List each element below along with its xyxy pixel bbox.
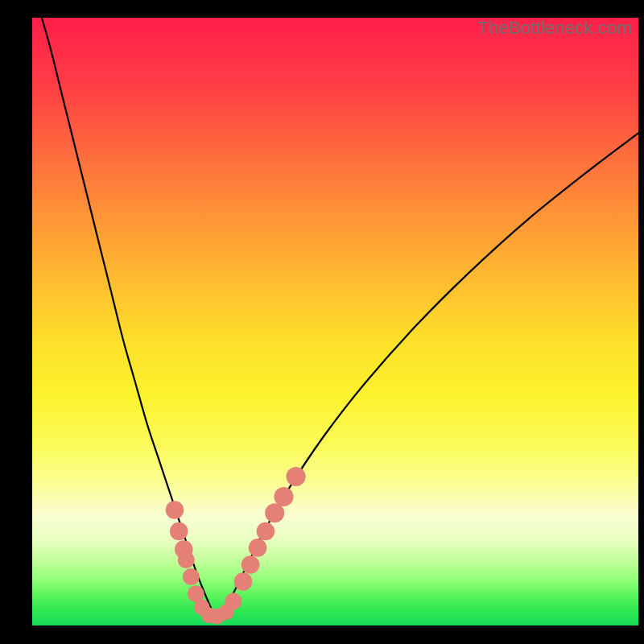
- bottleneck-curve: [39, 18, 639, 615]
- curve-marker: [265, 503, 284, 522]
- curve-marker: [225, 592, 242, 609]
- curve-markers: [166, 467, 306, 625]
- watermark-label: TheBottleneck.com: [477, 18, 632, 39]
- plot-area: TheBottleneck.com: [32, 18, 638, 625]
- curve-marker: [242, 555, 260, 574]
- curve-marker: [287, 467, 306, 486]
- curve-marker: [166, 501, 184, 519]
- curve-marker: [234, 572, 253, 591]
- chart-canvas: TheBottleneck.com: [0, 0, 644, 644]
- curve-marker: [178, 551, 195, 568]
- curve-marker: [170, 522, 188, 541]
- curve-marker: [183, 568, 200, 585]
- curve-marker: [249, 539, 267, 557]
- curve-marker: [257, 522, 275, 541]
- curve-svg: [32, 18, 638, 625]
- curve-marker: [275, 487, 294, 506]
